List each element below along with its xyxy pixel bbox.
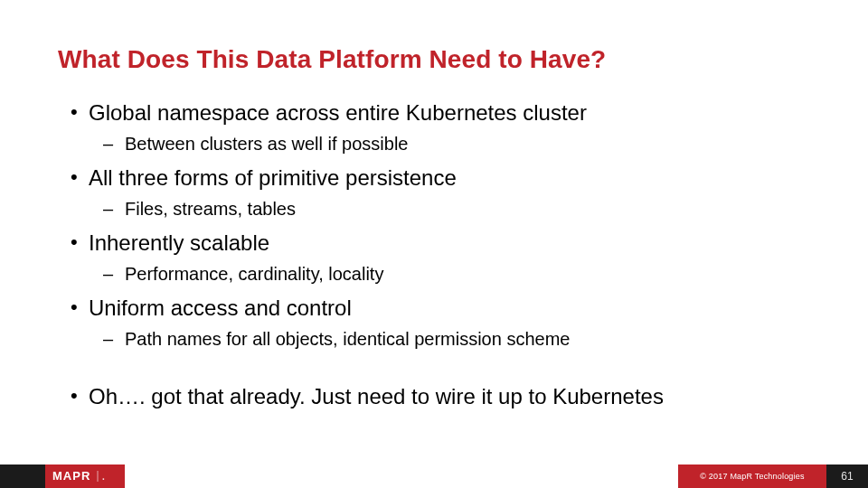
- page-number: 61: [826, 465, 868, 488]
- sub-list-item: Files, streams, tables: [89, 197, 814, 221]
- list-item-text: Inherently scalable: [89, 230, 269, 255]
- closing-item: Oh…. got that already. Just need to wire…: [58, 383, 814, 410]
- spacer: [58, 360, 814, 383]
- svg-text:.: .: [102, 472, 106, 482]
- list-item-text: All three forms of primitive persistence: [89, 165, 457, 190]
- mapr-logo: MAPR .: [45, 465, 125, 488]
- sub-list-item: Path names for all objects, identical pe…: [89, 327, 814, 351]
- bullet-list: Global namespace across entire Kubernete…: [58, 99, 814, 351]
- mapr-logo-icon: MAPR .: [52, 469, 118, 483]
- sub-list: Files, streams, tables: [89, 197, 814, 221]
- list-item-text: Uniform access and control: [89, 296, 352, 320]
- slide: What Does This Data Platform Need to Hav…: [0, 0, 868, 488]
- footer-copyright: © 2017 MapR Technologies: [678, 465, 826, 488]
- svg-text:MAPR: MAPR: [52, 469, 90, 483]
- list-item: Uniform access and control Path names fo…: [58, 295, 814, 351]
- sub-list: Path names for all objects, identical pe…: [89, 327, 814, 351]
- content-area: What Does This Data Platform Need to Hav…: [0, 0, 868, 410]
- sub-list: Performance, cardinality, locality: [89, 262, 814, 286]
- sub-list: Between clusters as well if possible: [89, 132, 814, 155]
- slide-title: What Does This Data Platform Need to Hav…: [58, 45, 814, 74]
- sub-list-item: Performance, cardinality, locality: [89, 262, 814, 286]
- sub-list-item: Between clusters as well if possible: [89, 132, 814, 155]
- list-item: Inherently scalable Performance, cardina…: [58, 230, 814, 286]
- list-item: All three forms of primitive persistence…: [58, 164, 814, 221]
- list-item: Global namespace across entire Kubernete…: [58, 99, 814, 155]
- footer-dark-segment: [0, 465, 45, 488]
- closing-list: Oh…. got that already. Just need to wire…: [58, 383, 814, 410]
- list-item-text: Global namespace across entire Kubernete…: [89, 100, 587, 125]
- footer: MAPR . © 2017 MapR Technologies 61: [0, 465, 868, 488]
